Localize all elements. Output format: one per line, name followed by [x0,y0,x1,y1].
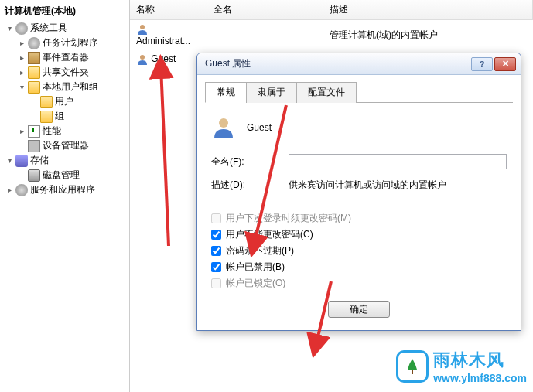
checkbox-row: 帐户已锁定(O) [211,275,507,291]
checkbox-input[interactable] [211,246,221,256]
device-icon [28,140,40,152]
checkbox-input[interactable] [211,230,221,240]
row-name: Guest [151,53,176,64]
expander-icon[interactable]: ▾ [5,24,14,32]
tree-item[interactable]: ▾存储 [2,153,128,168]
fullname-label: 全名(F): [211,155,289,169]
list-header: 名称 全名 描述 [130,0,533,20]
tree-item[interactable]: 设备管理器 [2,138,128,153]
tree-label: 设备管理器 [43,139,89,152]
tree-label: 本地用户和组 [43,80,98,94]
svg-point-1 [140,55,145,60]
tree-label: 服务和应用程序 [30,183,95,196]
tree-item[interactable]: ▸服务和应用程序 [2,182,128,197]
tree-label: 用户 [55,95,73,108]
help-button[interactable]: ? [471,57,493,71]
desc-value: 供来宾访问计算机或访问域的内置帐户 [289,177,507,193]
checkbox-row[interactable]: 用户不能更改密码(C) [211,227,507,243]
tree-nodes: ▾系统工具▸任务计划程序▸事件查看器▸共享文件夹▾本地用户和组用户组▸性能设备管… [2,21,128,197]
tree-label: 共享文件夹 [43,66,89,79]
tree-label: 存储 [30,154,49,167]
folder-icon [40,111,53,123]
col-name[interactable]: 名称 [130,0,207,19]
tree-item[interactable]: 用户 [2,94,128,109]
tree-label: 事件查看器 [43,51,89,64]
fullname-input[interactable] [289,154,507,169]
gear-icon [15,184,28,196]
checkbox-row: 用户下次登录时须更改密码(M) [211,210,507,227]
user-icon [211,115,236,140]
tab-strip: 常规 隶属于 配置文件 [205,81,513,103]
svg-point-0 [140,25,145,29]
expander-icon[interactable]: ▾ [5,156,14,165]
user-icon [136,23,149,36]
watermark-logo-icon [396,350,429,383]
checkbox-label: 用户下次登录时须更改密码(M) [226,212,351,225]
tree-label: 组 [55,110,64,123]
clock-icon [28,37,40,49]
checkbox-input [211,278,221,288]
tab-profile[interactable]: 配置文件 [296,82,357,103]
tree-root[interactable]: 计算机管理(本地) [2,3,128,19]
checkbox-label: 帐户已锁定(O) [226,277,285,290]
tree-item[interactable]: ▾本地用户和组 [2,80,128,94]
expander-icon[interactable]: ▸ [17,127,26,135]
list-row[interactable]: Administrat...管理计算机(域)的内置帐户 [130,20,533,49]
watermark-brand: 雨林木风 [433,349,527,372]
col-desc[interactable]: 描述 [323,0,533,19]
user-icon [136,53,149,66]
checkbox-label: 帐户已禁用(B) [226,261,285,274]
svg-rect-6 [412,370,413,374]
folder-icon [28,81,40,94]
expander-icon[interactable]: ▸ [17,39,26,47]
disk-icon [28,169,40,182]
watermark-url: www.ylmf888.com [433,372,527,384]
expander-icon[interactable]: ▸ [17,68,26,77]
col-full[interactable]: 全名 [207,0,323,19]
tree-item[interactable]: ▸共享文件夹 [2,65,128,80]
checkbox-row[interactable]: 帐户已禁用(B) [211,259,507,275]
tab-memberof[interactable]: 隶属于 [246,82,297,103]
folder-icon [40,96,53,108]
checkbox-input[interactable] [211,262,221,272]
tab-general[interactable]: 常规 [205,82,247,103]
tree-item[interactable]: ▸性能 [2,124,128,138]
close-button[interactable]: ✕ [494,57,516,71]
expander-icon[interactable]: ▸ [17,53,26,62]
book-icon [28,52,40,64]
folder-icon [28,66,40,79]
checkbox-row[interactable]: 密码永不过期(P) [211,243,507,259]
properties-dialog: Guest 属性 ? ✕ 常规 隶属于 配置文件 Guest 全名(F): 描述… [196,53,521,331]
account-name: Guest [247,122,272,133]
db-icon [15,155,28,167]
ok-button[interactable]: 确定 [328,301,390,318]
tree-item[interactable]: ▸任务计划程序 [2,36,128,50]
checkbox-label: 密码永不过期(P) [226,244,294,257]
row-name: Administrat... [136,36,190,46]
watermark: 雨林木风 www.ylmf888.com [396,349,527,384]
desc-label: 描述(D): [211,179,289,192]
tree-item[interactable]: ▸事件查看器 [2,50,128,65]
dialog-title: Guest 属性 [202,57,470,70]
gear-icon [15,22,28,35]
tree-label: 磁盘管理 [43,169,80,182]
expander-icon[interactable]: ▾ [17,83,26,91]
expander-icon[interactable]: ▸ [5,186,14,194]
row-desc: 管理计算机(域)的内置帐户 [323,27,533,43]
dialog-titlebar[interactable]: Guest 属性 ? ✕ [197,53,521,75]
tree-label: 任务计划程序 [43,36,98,49]
tree-label: 系统工具 [30,22,67,35]
row-full [207,33,323,36]
checkbox-list: 用户下次登录时须更改密码(M)用户不能更改密码(C)密码永不过期(P)帐户已禁用… [211,210,507,291]
svg-point-2 [219,118,228,128]
tree-item[interactable]: 磁盘管理 [2,168,128,182]
tree-label: 性能 [43,124,61,138]
perf-icon [28,125,40,138]
tree-panel: 计算机管理(本地) ▾系统工具▸任务计划程序▸事件查看器▸共享文件夹▾本地用户和… [0,0,130,392]
tree-item[interactable]: ▾系统工具 [2,21,128,36]
tree-item[interactable]: 组 [2,109,128,124]
checkbox-label: 用户不能更改密码(C) [226,228,313,241]
checkbox-input [211,213,221,223]
